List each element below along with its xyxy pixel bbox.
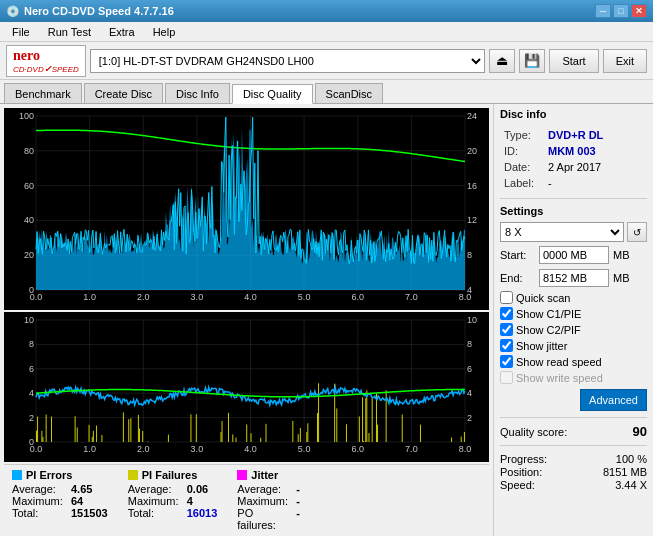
save-icon-button[interactable]: 💾 bbox=[519, 49, 545, 73]
c1pie-row: Show C1/PIE bbox=[500, 307, 647, 320]
close-button[interactable]: ✕ bbox=[631, 4, 647, 18]
pi-errors-total-value: 151503 bbox=[71, 507, 108, 519]
c1pie-label: Show C1/PIE bbox=[516, 308, 581, 320]
tab-disc-info[interactable]: Disc Info bbox=[165, 83, 230, 103]
speed-label: Speed: bbox=[500, 479, 535, 491]
tab-disc-quality[interactable]: Disc Quality bbox=[232, 84, 313, 104]
logo-sub: CD·DVD✓SPEED bbox=[13, 64, 79, 74]
pi-failures-total-label: Total: bbox=[128, 507, 183, 519]
pi-failures-avg-label: Average: bbox=[128, 483, 183, 495]
speed-refresh-button[interactable]: ↺ bbox=[627, 222, 647, 242]
write-speed-checkbox bbox=[500, 371, 513, 384]
upper-chart bbox=[4, 108, 489, 310]
pi-errors-total: Total: 151503 bbox=[12, 507, 108, 519]
disc-label-label: Label: bbox=[502, 176, 544, 190]
title-bar: 💿 Nero CD-DVD Speed 4.7.7.16 ─ □ ✕ bbox=[0, 0, 653, 22]
end-field[interactable] bbox=[539, 269, 609, 287]
pi-errors-avg-value: 4.65 bbox=[71, 483, 92, 495]
lower-chart bbox=[4, 312, 489, 462]
divider-2 bbox=[500, 417, 647, 418]
pi-errors-total-label: Total: bbox=[12, 507, 67, 519]
pi-errors-max-label: Maximum: bbox=[12, 495, 67, 507]
menu-file[interactable]: File bbox=[4, 24, 38, 40]
disc-id-label: ID: bbox=[502, 144, 544, 158]
po-failures-label: PO failures: bbox=[237, 507, 292, 531]
pi-errors-max-value: 64 bbox=[71, 495, 83, 507]
position-row: Position: 8151 MB bbox=[500, 466, 647, 478]
jitter-max-label: Maximum: bbox=[237, 495, 292, 507]
pi-failures-max-value: 4 bbox=[187, 495, 193, 507]
eject-icon-button[interactable]: ⏏ bbox=[489, 49, 515, 73]
disc-label-row: Label: - bbox=[502, 176, 645, 190]
pi-failures-max-label: Maximum: bbox=[128, 495, 183, 507]
start-row: Start: MB bbox=[500, 246, 647, 264]
pi-errors-group: PI Errors Average: 4.65 Maximum: 64 Tota… bbox=[12, 469, 108, 528]
tab-benchmark[interactable]: Benchmark bbox=[4, 83, 82, 103]
tab-create-disc[interactable]: Create Disc bbox=[84, 83, 163, 103]
pi-failures-total: Total: 16013 bbox=[128, 507, 218, 519]
settings-title: Settings bbox=[500, 205, 647, 217]
title-bar-icon: 💿 bbox=[6, 5, 20, 18]
jitter-avg: Average: - bbox=[237, 483, 300, 495]
disc-date-label: Date: bbox=[502, 160, 544, 174]
logo-text: nero bbox=[13, 48, 79, 64]
disc-info-table: Type: DVD+R DL ID: MKM 003 Date: 2 Apr 2… bbox=[500, 126, 647, 192]
speed-select[interactable]: 8 X bbox=[500, 222, 624, 242]
write-speed-label: Show write speed bbox=[516, 372, 603, 384]
disc-label-value: - bbox=[546, 176, 645, 190]
read-speed-row: Show read speed bbox=[500, 355, 647, 368]
settings-section: Settings 8 X ↺ Start: MB End: MB bbox=[500, 205, 647, 411]
start-unit: MB bbox=[613, 249, 630, 261]
title-bar-title: Nero CD-DVD Speed 4.7.7.16 bbox=[24, 5, 174, 17]
start-button[interactable]: Start bbox=[549, 49, 598, 73]
disc-type-row: Type: DVD+R DL bbox=[502, 128, 645, 142]
pi-errors-label: PI Errors bbox=[26, 469, 72, 481]
menu-help[interactable]: Help bbox=[145, 24, 184, 40]
quick-scan-checkbox[interactable] bbox=[500, 291, 513, 304]
progress-value: 100 % bbox=[616, 453, 647, 465]
c2pif-row: Show C2/PIF bbox=[500, 323, 647, 336]
disc-type-value: DVD+R DL bbox=[546, 128, 645, 142]
speed-value: 3.44 X bbox=[615, 479, 647, 491]
divider-1 bbox=[500, 198, 647, 199]
disc-date-value: 2 Apr 2017 bbox=[546, 160, 645, 174]
menu-extra[interactable]: Extra bbox=[101, 24, 143, 40]
minimize-button[interactable]: ─ bbox=[595, 4, 611, 18]
advanced-button[interactable]: Advanced bbox=[580, 389, 647, 411]
pi-failures-avg: Average: 0.06 bbox=[128, 483, 218, 495]
read-speed-label: Show read speed bbox=[516, 356, 602, 368]
quality-score-label: Quality score: bbox=[500, 426, 567, 438]
c1pie-checkbox[interactable] bbox=[500, 307, 513, 320]
maximize-button[interactable]: □ bbox=[613, 4, 629, 18]
jitter-header: Jitter bbox=[237, 469, 300, 481]
disc-id-value: MKM 003 bbox=[546, 144, 645, 158]
disc-info-title: Disc info bbox=[500, 108, 647, 120]
pi-errors-avg: Average: 4.65 bbox=[12, 483, 108, 495]
start-field[interactable] bbox=[539, 246, 609, 264]
read-speed-checkbox[interactable] bbox=[500, 355, 513, 368]
logo: nero CD·DVD✓SPEED bbox=[6, 45, 86, 77]
drive-select[interactable]: [1:0] HL-DT-ST DVDRAM GH24NSD0 LH00 bbox=[90, 49, 486, 73]
position-label: Position: bbox=[500, 466, 542, 478]
jitter-avg-label: Average: bbox=[237, 483, 292, 495]
title-bar-left: 💿 Nero CD-DVD Speed 4.7.7.16 bbox=[6, 5, 174, 18]
tab-scandisc[interactable]: ScanDisc bbox=[315, 83, 383, 103]
jitter-checkbox[interactable] bbox=[500, 339, 513, 352]
divider-3 bbox=[500, 445, 647, 446]
end-label: End: bbox=[500, 272, 535, 284]
c2pif-label: Show C2/PIF bbox=[516, 324, 581, 336]
jitter-max: Maximum: - bbox=[237, 495, 300, 507]
progress-label: Progress: bbox=[500, 453, 547, 465]
progress-section: Progress: 100 % Position: 8151 MB Speed:… bbox=[500, 452, 647, 492]
speed-row-progress: Speed: 3.44 X bbox=[500, 479, 647, 491]
menu-run-test[interactable]: Run Test bbox=[40, 24, 99, 40]
quick-scan-row: Quick scan bbox=[500, 291, 647, 304]
pi-failures-avg-value: 0.06 bbox=[187, 483, 208, 495]
exit-button[interactable]: Exit bbox=[603, 49, 647, 73]
tab-bar: Benchmark Create Disc Disc Info Disc Qua… bbox=[0, 80, 653, 104]
progress-row: Progress: 100 % bbox=[500, 453, 647, 465]
start-label: Start: bbox=[500, 249, 535, 261]
pi-failures-max: Maximum: 4 bbox=[128, 495, 218, 507]
pi-failures-group: PI Failures Average: 0.06 Maximum: 4 Tot… bbox=[128, 469, 218, 528]
c2pif-checkbox[interactable] bbox=[500, 323, 513, 336]
